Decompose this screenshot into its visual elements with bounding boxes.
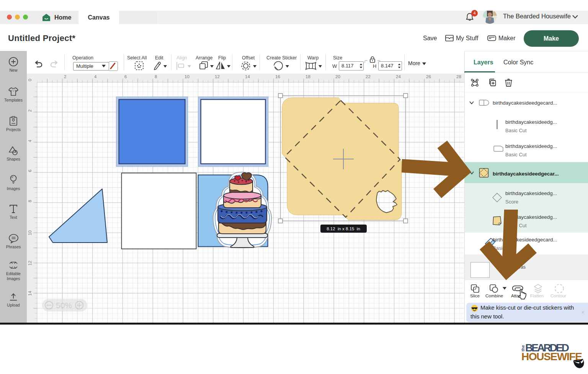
svg-text:6: 6 xyxy=(124,74,127,79)
svg-text:6: 6 xyxy=(28,170,32,172)
svg-text:2: 2 xyxy=(28,110,32,112)
svg-text:4: 4 xyxy=(28,139,32,142)
svg-text:2: 2 xyxy=(64,74,66,79)
svg-text:50%: 50% xyxy=(56,301,72,310)
svg-text:14: 14 xyxy=(28,291,32,296)
svg-text:26: 26 xyxy=(426,74,431,79)
svg-text:10: 10 xyxy=(28,230,32,235)
svg-text:0: 0 xyxy=(28,79,32,81)
svg-text:22: 22 xyxy=(366,74,371,79)
svg-text:12: 12 xyxy=(28,261,32,266)
svg-text:14: 14 xyxy=(245,74,250,79)
svg-text:12: 12 xyxy=(215,74,220,79)
svg-text:4: 4 xyxy=(94,74,97,79)
svg-text:28: 28 xyxy=(456,74,461,79)
svg-text:8: 8 xyxy=(28,200,32,202)
svg-text:HOUSEWIFE: HOUSEWIFE xyxy=(521,351,582,363)
svg-text:24: 24 xyxy=(396,74,401,79)
svg-text:16: 16 xyxy=(275,74,280,79)
svg-text:20: 20 xyxy=(335,74,340,79)
svg-text:8: 8 xyxy=(155,74,157,79)
svg-text:10: 10 xyxy=(185,74,189,79)
svg-text:18: 18 xyxy=(305,74,310,79)
svg-text:8.12 in x 8.15 in: 8.12 in x 8.15 in xyxy=(327,226,360,231)
